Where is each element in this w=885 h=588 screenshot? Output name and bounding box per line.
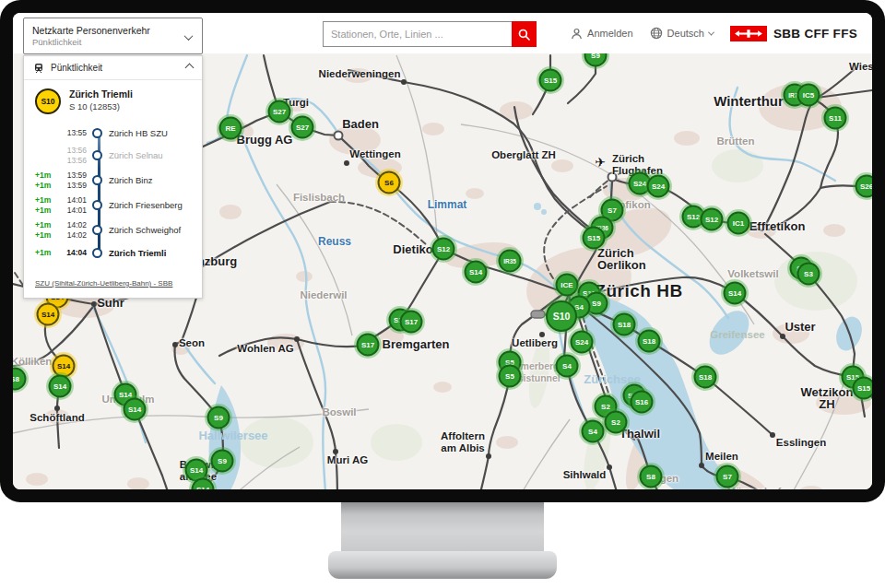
map-label: Baden [342,119,379,131]
stop-name: Zürich HB SZU [109,128,168,138]
layer-dropdown[interactable]: Netzkarte Personenverkehr Pünktlichkeit [23,18,203,54]
line-badge-s18[interactable]: S18 [613,313,636,336]
line-badge-label: S15 [587,234,600,242]
delay-column: +1m+1m [35,195,57,215]
line-badge-s24[interactable]: S24 [647,175,670,198]
line-badge-s14[interactable]: S14 [53,355,76,378]
line-badge-s14[interactable]: S14 [37,303,60,326]
line-badge-s8[interactable]: S8 [640,465,663,488]
stop-node-icon [92,248,102,258]
line-badge-label: S14 [128,406,141,414]
line-badge-s27[interactable]: S27 [268,100,291,123]
line-badge-label: S9 [591,53,600,60]
line-badge-s15[interactable]: S15 [853,377,873,400]
line-badge-label: S24 [652,182,665,191]
time-value: 13:56 [57,156,87,166]
line-badge-label: S18 [618,321,631,329]
app-screen: NiederweningenTurgiBrugg AGBadenWettinge… [13,13,872,489]
line-badge-s6[interactable]: S6 [378,171,401,194]
search-button[interactable] [512,21,537,47]
line-badge-s2[interactable]: S2 [605,411,628,434]
time-column: 13:5913:59 [57,171,87,190]
map-label: Seon [179,337,205,349]
line-badge-s18[interactable]: S18 [638,330,661,353]
chevron-up-icon [185,64,195,73]
line-badge-ice[interactable]: ICE [556,274,579,297]
line-badge-label: S15 [544,76,557,85]
time-value: 14:02 [57,220,87,230]
line-badge-label: S7 [723,473,732,481]
delay-value: +1m [35,230,57,241]
time-value: 13:55 [57,128,87,138]
line-badge-label: S3 [804,270,813,278]
panel-header[interactable]: Pünktlichkeit [24,56,202,80]
line-badge-s14[interactable]: S14 [124,398,147,421]
line-badge-label: S11 [829,114,842,123]
line-badge-label: S14 [41,311,54,319]
line-badge-re[interactable]: RE [219,117,242,140]
line-badge-s10[interactable]: S10 [546,300,577,332]
line-badge-label: S10 [553,311,571,322]
line-badge-s16[interactable]: S16 [631,391,654,414]
line-badge-s12[interactable]: S12 [701,208,724,231]
line-badge-s15[interactable]: S15 [583,227,606,250]
map-label: Winterthur [714,96,784,108]
map-label: Limmat [428,199,467,211]
delay-value: +1m [35,220,57,230]
chevron-down-icon [708,29,714,35]
map-label: Schöftland [30,412,84,424]
line-badge-s9[interactable]: S9 [207,406,230,429]
stop-row: 13:5613:56Zürich Selnau [35,143,196,168]
route-line-badge: S10 [35,88,61,114]
line-badge-s12[interactable]: S12 [432,238,455,261]
line-badge-s17[interactable]: S17 [400,311,423,334]
stop-row: +1m+1m13:5913:59Zürich Binz [35,168,196,193]
stop-list: 13:55Zürich HB SZU13:5613:56Zürich Selna… [35,123,196,264]
line-badge-label: S17 [405,318,418,326]
line-badge-ir35[interactable]: IR35 [499,250,522,273]
login-button[interactable]: Anmelden [571,28,633,40]
map-label: Reuss [318,236,351,248]
map-label: Zürich HB [595,286,682,298]
language-selector[interactable]: Deutsch [650,27,714,40]
line-badge-label: S14 [57,362,70,370]
search-input[interactable] [323,21,512,47]
line-badge-label: S16 [635,398,648,406]
line-badge-label: RE [225,124,235,133]
monitor-bezel: NiederweningenTurgiBrugg AGBadenWettinge… [0,0,885,502]
line-badge-s14[interactable]: S14 [465,261,488,284]
line-badge-s24[interactable]: S24 [571,331,594,354]
line-badge-s18[interactable]: S18 [694,366,717,389]
line-badge-label: S14 [53,382,66,391]
map-label: Bremgarten [383,339,450,351]
line-badge-s4[interactable]: S4 [582,420,605,443]
line-badge-label: S18 [699,373,712,382]
route-name: Zürich Triemli [69,88,133,100]
line-badge-label: S14 [728,289,741,298]
stop-row: 13:55Zürich HB SZU [35,123,196,143]
line-badge-s4[interactable]: S4 [556,355,579,378]
punctuality-panel: Pünktlichkeit S10 Zürich Triemli S 10 (1… [23,55,203,299]
time-column: 14:04 [57,248,87,258]
line-badge-s17[interactable]: S17 [357,334,380,357]
map-label: Effretikon [749,221,806,233]
map-label: Wetzikon ZH [801,387,854,410]
search-bar [323,21,537,47]
line-badge-s26[interactable]: S26 [856,175,873,198]
line-badge-ic1[interactable]: IC1 [727,212,750,235]
operator-link[interactable]: SZU (Sihltal-Zürich-Uetliberg-Bahn) - SB… [35,279,172,288]
line-badge-s14[interactable]: S14 [49,375,72,398]
line-badge-ic5[interactable]: IC5 [797,84,820,107]
line-badge-s15[interactable]: S15 [539,69,562,92]
line-badge-s11[interactable]: S11 [824,107,847,130]
line-badge-s7[interactable]: S7 [716,465,739,488]
line-badge-s9[interactable]: S9 [211,450,234,473]
line-badge-s5[interactable]: S5 [499,365,522,388]
line-badge-label: S27 [273,108,286,116]
line-badge-s27[interactable]: S27 [291,116,314,139]
line-badge-label: S14 [196,486,209,490]
line-badge-s14[interactable]: S14 [724,282,747,305]
line-badge-label: S27 [296,123,309,132]
line-badge-s3[interactable]: S3 [797,263,820,286]
sbb-logo[interactable]: SBB CFF FFS [730,26,857,41]
